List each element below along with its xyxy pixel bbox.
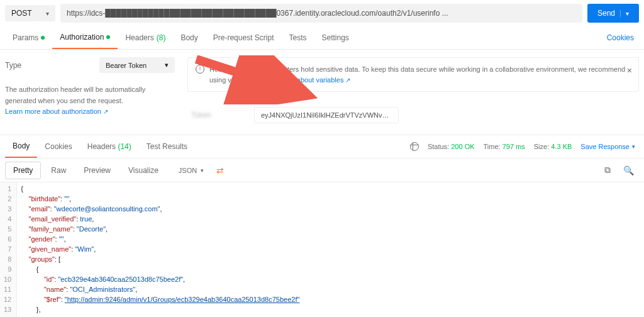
auth-type-value: Bearer Token xyxy=(106,62,147,69)
view-visualize[interactable]: Visualize xyxy=(121,162,166,179)
chevron-down-icon[interactable]: ▾ xyxy=(620,10,629,17)
copy-icon[interactable]: ⧉ xyxy=(599,161,616,179)
save-response-button[interactable]: Save Response ▾ xyxy=(580,143,635,150)
response-body-toolbar: Pretty Raw Preview Visualize JSON ▾ ⇄ ⧉ … xyxy=(0,158,644,182)
format-select[interactable]: JSON ▾ xyxy=(172,163,210,178)
chevron-down-icon: ▾ xyxy=(165,61,169,69)
http-method-value: POST xyxy=(11,9,32,18)
response-tabs: Body Cookies Headers (14) Test Results S… xyxy=(0,135,644,158)
tab-params[interactable]: Params xyxy=(5,27,52,48)
tab-response-testresults[interactable]: Test Results xyxy=(139,136,195,157)
cookies-link[interactable]: Cookies xyxy=(602,27,639,48)
close-icon[interactable]: × xyxy=(627,64,632,77)
view-raw[interactable]: Raw xyxy=(43,162,74,179)
status-dot-icon xyxy=(41,36,45,40)
status-value: 200 OK xyxy=(451,143,474,150)
status-dot-icon xyxy=(106,35,110,39)
url-input[interactable] xyxy=(60,4,582,23)
http-method-select[interactable]: POST ▾ xyxy=(5,5,55,21)
response-body[interactable]: 123456789101112131415161718 { "birthdate… xyxy=(0,182,644,317)
tab-headers[interactable]: Headers (8) xyxy=(118,27,173,48)
token-input[interactable]: eyJ4NXQjUzI1NiI6IklHZEdrVTVzVWNvTFM1... xyxy=(254,107,399,123)
tab-tests[interactable]: Tests xyxy=(281,27,314,48)
authorization-panel: Type Bearer Token ▾ The authorization he… xyxy=(0,50,644,135)
auth-type-select[interactable]: Bearer Token ▾ xyxy=(99,57,175,73)
token-row: Token eyJ4NXQjUzI1NiI6IklHZEdrVTVzVWNvTF… xyxy=(187,107,639,123)
auth-right-col: ! Heads up! These parameters hold sensit… xyxy=(187,57,639,123)
learn-more-auth-link[interactable]: Learn more about authorization xyxy=(5,108,108,115)
auth-help-text: The authorization header will be automat… xyxy=(5,84,175,118)
info-icon: ! xyxy=(196,65,204,74)
size-value: 4.3 KB xyxy=(551,143,572,150)
time-value: 797 ms xyxy=(502,143,525,150)
view-pretty[interactable]: Pretty xyxy=(5,162,41,179)
tab-response-headers[interactable]: Headers (14) xyxy=(80,136,139,157)
search-icon[interactable]: 🔍 xyxy=(618,162,639,179)
tab-authorization[interactable]: Authorization xyxy=(52,26,118,49)
chevron-down-icon: ▾ xyxy=(46,10,49,17)
auth-type-label: Type xyxy=(5,61,21,70)
send-button-label: Send xyxy=(597,9,615,18)
sensitive-data-info: ! Heads up! These parameters hold sensit… xyxy=(187,57,639,92)
auth-left-col: Type Bearer Token ▾ The authorization he… xyxy=(5,57,175,123)
code-lines: { "birthdate": "", "email": "wdecorte@so… xyxy=(17,182,304,317)
tab-prerequest[interactable]: Pre-request Script xyxy=(206,27,282,48)
line-gutter: 123456789101112131415161718 xyxy=(0,182,17,317)
chevron-down-icon: ▾ xyxy=(632,143,635,150)
send-button[interactable]: Send ▾ xyxy=(587,4,639,23)
request-tabs: Params Authorization Headers (8) Body Pr… xyxy=(0,26,644,50)
tab-response-body[interactable]: Body xyxy=(5,135,37,158)
tab-response-cookies[interactable]: Cookies xyxy=(37,136,79,157)
chevron-down-icon: ▾ xyxy=(201,167,204,174)
token-label: Token xyxy=(191,111,229,120)
tab-settings[interactable]: Settings xyxy=(314,27,357,48)
tab-body[interactable]: Body xyxy=(173,27,205,48)
wrap-lines-icon[interactable]: ⇄ xyxy=(213,163,228,178)
url-input-wrap xyxy=(60,4,582,23)
learn-more-variables-link[interactable]: Learn more about variables xyxy=(260,76,351,84)
request-url-bar: POST ▾ Send ▾ xyxy=(0,0,644,26)
response-meta: Status: 200 OK Time: 797 ms Size: 4.3 KB… xyxy=(410,142,639,151)
view-preview[interactable]: Preview xyxy=(76,162,118,179)
globe-icon[interactable] xyxy=(410,142,419,151)
